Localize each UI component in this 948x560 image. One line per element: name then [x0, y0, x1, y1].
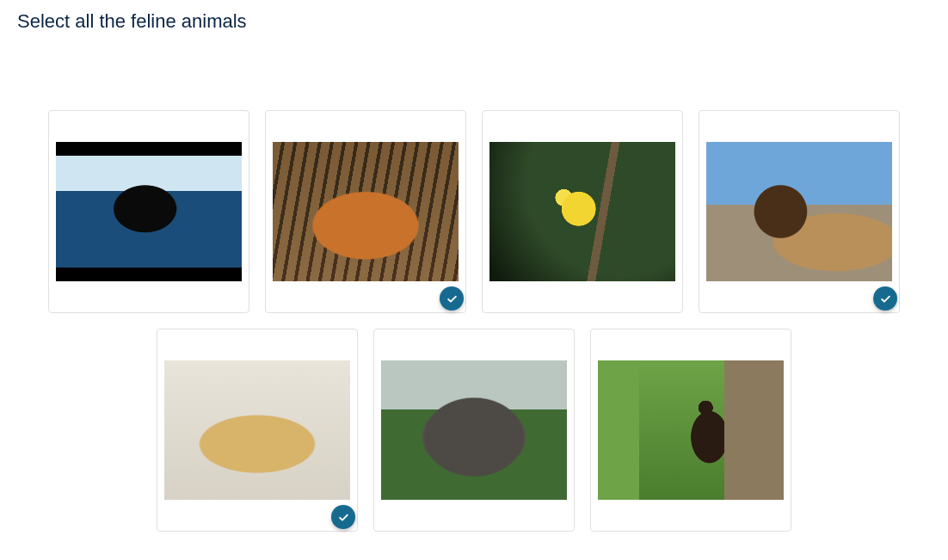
selected-badge: [331, 505, 355, 529]
option-tiger[interactable]: [265, 110, 466, 313]
option-leopard[interactable]: [157, 329, 358, 532]
grid-row-1: [48, 110, 900, 313]
image-orca: [56, 142, 242, 281]
image-lion: [706, 142, 892, 281]
selected-badge: [873, 286, 897, 311]
option-elephant[interactable]: [373, 329, 575, 532]
image-grid: [17, 110, 931, 532]
question-prompt: Select all the feline animals: [17, 10, 931, 33]
grid-row-2: [157, 329, 791, 532]
image-elephant: [381, 360, 567, 500]
check-icon: [446, 292, 459, 305]
check-icon: [337, 511, 350, 524]
check-icon: [879, 292, 892, 305]
option-bear[interactable]: [590, 329, 791, 532]
option-canary[interactable]: [482, 110, 683, 313]
image-canary: [489, 142, 675, 281]
image-leopard: [164, 360, 350, 500]
option-orca[interactable]: [48, 110, 249, 313]
image-bear: [598, 360, 784, 500]
selected-badge: [440, 286, 464, 311]
image-tiger: [273, 142, 459, 281]
option-lion[interactable]: [699, 110, 900, 313]
